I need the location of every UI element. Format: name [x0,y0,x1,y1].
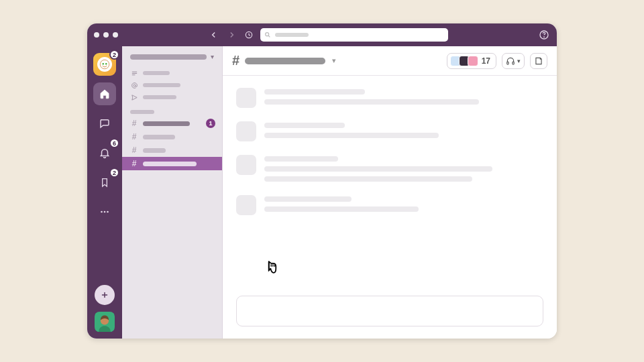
window-close[interactable] [94,32,99,38]
canvas-icon [534,56,543,66]
message-text-line [264,99,479,105]
svg-rect-14 [513,62,514,64]
members-button[interactable]: 17 [447,53,496,69]
help-button[interactable] [538,29,550,41]
message-text-line [264,196,352,202]
titlebar [87,23,557,46]
channel-title[interactable] [245,58,325,64]
member-avatar [468,56,478,66]
message[interactable] [236,121,543,141]
rail: 2 6 2 [87,46,122,339]
window-minimize[interactable] [103,32,109,38]
channels-section-label [130,110,154,114]
workspace-icon [97,57,112,72]
dms-icon [99,117,111,129]
channel-item[interactable]: #1 [122,117,222,130]
message-text-line [264,133,439,138]
svg-point-5 [103,63,104,64]
message[interactable] [236,195,543,215]
svg-rect-13 [507,62,508,64]
activity-badge: 6 [109,138,119,148]
message-text-line [264,156,338,162]
channel-label [143,135,175,139]
channel-sidebar: ▾ #1### [122,46,223,339]
svg-point-1 [266,33,269,36]
hash-icon: # [130,145,138,155]
nav-back-button[interactable] [208,29,220,41]
history-button[interactable] [243,29,255,41]
chevron-down-icon: ▾ [211,53,214,60]
plus-icon [100,290,109,300]
activity-button[interactable]: 6 [93,141,116,164]
headphones-icon [506,56,515,66]
sidebar-nav-threads[interactable] [122,67,222,79]
app-window: 2 6 2 [87,23,557,339]
workspace-name [130,54,207,60]
sidebar-nav-label [143,83,180,87]
message-text-line [264,166,492,172]
svg-point-9 [107,211,109,213]
more-icon [99,206,111,218]
workspace-menu[interactable]: ▾ [122,53,222,67]
chevron-down-icon: ▾ [517,58,521,64]
chevron-down-icon: ▾ [332,56,336,65]
channel-item[interactable]: # [122,130,222,143]
channel-label [143,121,190,126]
hash-icon: # [130,159,138,168]
compose-button[interactable] [95,285,115,305]
threads-icon [130,70,138,77]
svg-point-8 [104,211,106,213]
search-placeholder [275,33,309,37]
home-icon [99,88,111,100]
canvas-button[interactable] [530,53,547,69]
channel-label [143,162,197,166]
svg-point-12 [133,84,135,86]
svg-point-6 [105,63,107,64]
sidebar-nav-label [143,71,170,75]
member-count: 17 [482,56,490,66]
svg-point-4 [100,60,109,69]
drafts-icon [130,94,138,101]
channel-label [143,148,166,153]
search-input[interactable] [260,28,448,42]
message[interactable] [236,155,543,182]
avatar-icon [95,313,114,332]
channel-item[interactable]: # [122,157,222,170]
search-icon [264,32,271,38]
later-badge: 2 [109,168,119,178]
user-avatar[interactable] [95,312,115,332]
nav-forward-button[interactable] [225,29,237,41]
huddle-button[interactable]: ▾ [502,53,525,69]
message-avatar [236,121,256,141]
bookmark-icon [99,176,110,188]
main-pane: # ▾ 17 ▾ [223,46,557,339]
later-button[interactable]: 2 [93,171,116,194]
hash-icon: # [130,119,138,128]
workspace-switcher[interactable]: 2 [93,53,116,76]
more-button[interactable] [93,200,116,223]
message-list[interactable] [223,76,557,296]
message-avatar [236,195,256,215]
message-text-line [264,123,345,128]
message[interactable] [236,88,543,108]
message-composer[interactable] [236,296,543,326]
dms-button[interactable] [93,112,116,135]
mentions-icon [130,82,138,89]
message-avatar [236,155,256,175]
svg-point-7 [101,211,103,213]
mention-badge: 1 [206,119,215,128]
channel-item[interactable]: # [122,143,222,157]
sidebar-nav-mentions[interactable] [122,79,222,91]
message-text-line [264,89,365,95]
window-controls [94,32,118,38]
sidebar-nav-label [143,95,176,99]
hash-icon: # [130,132,138,141]
message-text-line [264,206,419,212]
hash-icon: # [232,53,239,68]
message-text-line [264,176,472,182]
home-button[interactable] [93,82,116,105]
svg-point-3 [544,37,545,38]
sidebar-nav-drafts[interactable] [122,91,222,103]
window-zoom[interactable] [113,32,118,38]
message-avatar [236,88,256,108]
